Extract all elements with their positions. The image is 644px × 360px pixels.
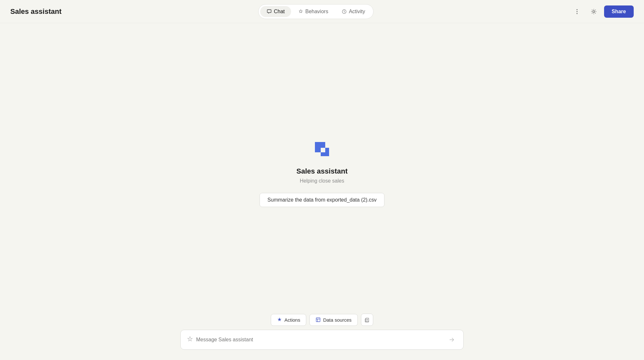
more-options-button[interactable] <box>571 5 583 18</box>
svg-point-2 <box>576 11 577 12</box>
actions-label: Actions <box>284 317 300 323</box>
tab-chat-label: Chat <box>274 9 285 14</box>
actions-icon <box>277 317 282 322</box>
sparkle-icon <box>187 336 193 344</box>
svg-point-3 <box>576 13 577 14</box>
message-input-container <box>180 330 464 350</box>
chat-icon <box>267 9 272 14</box>
tab-behaviors[interactable]: Behaviors <box>292 6 335 17</box>
behaviors-icon <box>298 9 303 14</box>
share-button[interactable]: Share <box>604 5 634 18</box>
toolbar-row: Actions Data sources <box>271 314 373 326</box>
page-title: Sales assistant <box>10 7 62 16</box>
tab-behaviors-label: Behaviors <box>305 9 328 14</box>
header: Sales assistant Chat Behaviors <box>0 0 644 23</box>
actions-button[interactable]: Actions <box>271 314 306 326</box>
svg-point-1 <box>576 9 577 10</box>
svg-point-4 <box>593 11 595 13</box>
data-sources-icon <box>316 317 321 322</box>
header-actions: Share <box>571 5 634 18</box>
agent-display: Sales assistant Helping close sales Summ… <box>260 137 385 207</box>
activity-icon <box>342 9 347 14</box>
main-content: Sales assistant Helping close sales Summ… <box>0 23 644 360</box>
bottom-area: Actions Data sources <box>0 307 644 360</box>
tab-chat[interactable]: Chat <box>260 6 291 17</box>
app-container: Sales assistant Chat Behaviors <box>0 0 644 360</box>
agent-name: Sales assistant <box>297 167 348 175</box>
suggestion-chip[interactable]: Summarize the data from exported_data (2… <box>260 193 385 207</box>
send-button[interactable] <box>447 335 457 345</box>
message-input[interactable] <box>196 337 443 343</box>
svg-rect-7 <box>321 148 325 152</box>
tab-activity-label: Activity <box>349 9 365 14</box>
tab-activity[interactable]: Activity <box>335 6 372 17</box>
agent-description: Helping close sales <box>300 178 344 184</box>
settings-button[interactable] <box>587 5 600 18</box>
agent-logo <box>310 137 334 161</box>
svg-rect-8 <box>316 318 320 322</box>
data-sources-label: Data sources <box>323 317 351 323</box>
clipboard-button[interactable] <box>361 314 373 326</box>
svg-rect-11 <box>366 318 369 322</box>
data-sources-button[interactable]: Data sources <box>309 314 357 326</box>
tab-bar: Chat Behaviors Activity <box>258 4 374 19</box>
